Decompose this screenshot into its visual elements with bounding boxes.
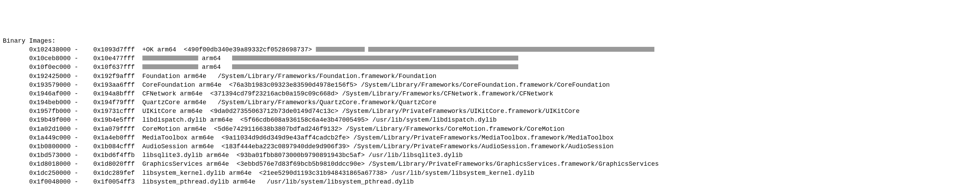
binary-image-row: 0x1bd573000 - 0x1bd6f4ffb libsqlite3.dyl… (3, 151, 977, 160)
addr-start: 0x192425000 (3, 73, 70, 80)
binary-uuid: <5d6e7429116638b3807bdfad246f9132> (214, 125, 342, 133)
binary-name: GraphicsServices arm64e (142, 160, 229, 167)
addr-start: 0x1bd573000 (3, 152, 70, 159)
addr-end: 0x1f0054ff3 (82, 178, 135, 185)
redacted-segment (316, 47, 365, 52)
binary-name: CoreMotion arm64e (142, 125, 207, 133)
binary-image-row: 0x102438000 - 0x1093d7fff +OK arm64 <490… (3, 45, 977, 54)
binary-image-row: 0x10f0ec000 - 0x10f637fff arm64 (3, 63, 977, 72)
addr-start: 0x1957fb000 (3, 108, 70, 115)
binary-uuid: <76a3b1983c09323e83590d4978e156f5> (229, 82, 357, 88)
addr-end: 0x1dc289fef (82, 170, 135, 176)
addr-start: 0x1f0048000 (3, 178, 70, 185)
binary-image-row: 0x1f0048000 - 0x1f0054ff3 libsystem_pthr… (3, 178, 977, 186)
addr-start: 0x1b0800000 (3, 143, 70, 150)
redacted-segment (232, 64, 518, 69)
redacted-segment (368, 47, 654, 52)
binary-image-row: 0x19b49f000 - 0x19b4e5fff libdispatch.dy… (3, 116, 977, 125)
addr-start: 0x1a02d1000 (3, 125, 70, 133)
addr-start: 0x1946af000 (3, 90, 70, 97)
addr-end: 0x193aa6fff (82, 82, 135, 88)
binary-name: CoreFoundation arm64e (142, 82, 222, 88)
binary-name: libdispatch.dylib arm64e (142, 116, 233, 123)
binary-path: /usr/lib/libsqlite3.dylib (369, 152, 463, 159)
addr-end: 0x1b084cfff (82, 143, 135, 150)
binary-path: /System/Library/Frameworks/CFNetwork.fra… (342, 90, 553, 97)
binary-path: /System/Library/Frameworks/CoreFoundatio… (361, 82, 610, 88)
binary-path: /usr/lib/system/libsystem_pthread.dylib (267, 178, 414, 185)
binary-image-row: 0x192425000 - 0x192f9afff Foundation arm… (3, 72, 977, 81)
addr-end: 0x192f9afff (82, 73, 135, 80)
binary-image-row: 0x1b0800000 - 0x1b084cfff AudioSession a… (3, 142, 977, 151)
binary-image-row: 0x1a02d1000 - 0x1a079ffff CoreMotion arm… (3, 125, 977, 133)
addr-end: 0x194f79fff (82, 99, 135, 106)
binary-uuid: <371394cd79f23216acb0a159c09c668d> (210, 90, 338, 97)
binary-path: /System/Library/Frameworks/Foundation.fr… (218, 73, 437, 80)
binary-image-row: 0x194beb000 - 0x194f79fff QuartzCore arm… (3, 98, 977, 107)
binary-name: libsystem_kernel.dylib arm64e (142, 170, 251, 176)
binary-name: libsqlite3.dylib arm64e (142, 152, 229, 159)
addr-end: 0x1a079ffff (82, 125, 135, 133)
addr-start: 0x193579000 (3, 82, 70, 88)
binary-name: MediaToolbox arm64e (142, 134, 214, 141)
binary-image-row: 0x1dc250000 - 0x1dc289fef libsystem_kern… (3, 169, 977, 178)
binary-uuid: <9da0d27355063712b73de0149d74c13c> (210, 108, 338, 115)
binary-uuid: <3ebbd576e7d83f69bcb5b9810ddcc90e> (237, 160, 365, 167)
binary-uuid: <5f66cdb608a936158c6a4e3b47005495> (240, 116, 369, 123)
binary-uuid: <9a11034d9d6d349d9e43aff4cadcb2fe> (222, 134, 350, 141)
binary-uuid: <21ee5290d1193c31b948431865a67738> (259, 170, 387, 176)
binary-name: QuartzCore arm64e (142, 99, 207, 106)
binary-path: /System/Library/Frameworks/CoreMotion.fr… (346, 125, 565, 133)
redacted-segment (232, 56, 518, 61)
redacted-segment (142, 64, 198, 69)
addr-start: 0x1dc250000 (3, 170, 70, 176)
binary-name: Foundation arm64e (142, 73, 207, 80)
binary-uuid: <93ba01fbb8073000b9790891943bc5af> (237, 152, 365, 159)
addr-end: 0x1bd6f4ffb (82, 152, 135, 159)
binary-name: libsystem_pthread.dylib arm64e (142, 178, 256, 185)
binary-path: /usr/lib/system/libsystem_kernel.dylib (391, 170, 535, 176)
section-header: Binary Images: (3, 37, 977, 45)
binary-name: CFNetwork arm64e (142, 90, 203, 97)
binary-image-row: 0x1946af000 - 0x194a8bfff CFNetwork arm6… (3, 90, 977, 98)
binary-image-row: 0x1a449c000 - 0x1a4eb0fff MediaToolbox a… (3, 133, 977, 142)
addr-end: 0x1a4eb0fff (82, 134, 135, 141)
addr-start: 0x1a449c000 (3, 134, 70, 141)
binary-path: /System/Library/PrivateFrameworks/AudioS… (353, 143, 614, 150)
binary-image-row: 0x10ceb8000 - 0x10e477fff arm64 (3, 54, 977, 63)
addr-start: 0x194beb000 (3, 99, 70, 106)
binary-path: /System/Library/PrivateFrameworks/Graphi… (369, 160, 659, 167)
binary-path: /System/Library/PrivateFrameworks/UIKitC… (342, 108, 580, 115)
binary-image-row: 0x1d8018000 - 0x1d8020fff GraphicsServic… (3, 160, 977, 168)
redacted-segment (142, 56, 198, 61)
addr-start: 0x19b49f000 (3, 116, 70, 123)
addr-start: 0x1d8018000 (3, 160, 70, 167)
binary-path: /System/Library/PrivateFrameworks/MediaT… (353, 134, 614, 141)
binary-path: /usr/lib/system/libdispatch.dylib (372, 116, 496, 123)
binary-image-row: 0x1957fb000 - 0x19731cfff UIKitCore arm6… (3, 107, 977, 116)
binary-path: /System/Library/Frameworks/QuartzCore.fr… (218, 99, 437, 106)
binary-uuid: <183f444eba223c0897940dde9d906f39> (222, 143, 350, 150)
addr-end: 0x19b4e5fff (82, 116, 135, 123)
binary-name: AudioSession arm64e (142, 143, 214, 150)
binary-image-row: 0x193579000 - 0x193aa6fff CoreFoundation… (3, 81, 977, 90)
addr-end: 0x194a8bfff (82, 90, 135, 97)
binary-name: UIKitCore arm64e (142, 108, 203, 115)
addr-end: 0x19731cfff (82, 108, 135, 115)
addr-end: 0x1d8020fff (82, 160, 135, 167)
